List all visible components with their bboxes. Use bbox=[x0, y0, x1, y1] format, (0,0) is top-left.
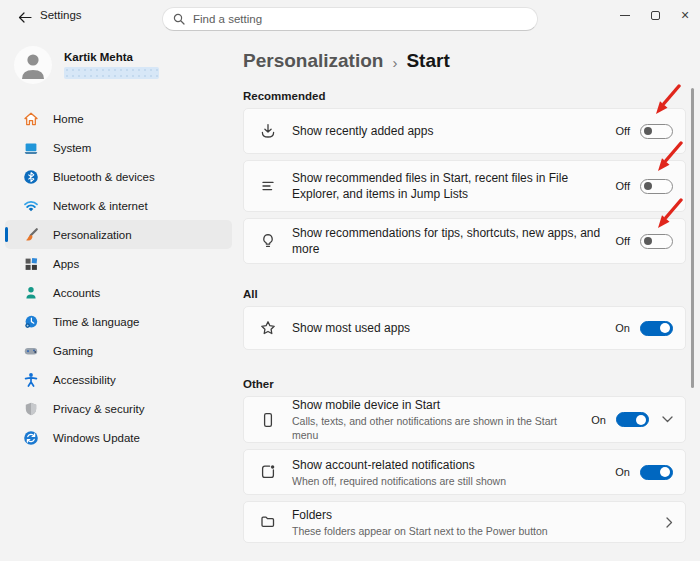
setting-subtitle: Calls, texts, and other notifications ar… bbox=[292, 415, 581, 442]
minimize-icon bbox=[620, 15, 630, 16]
section-heading-recommended: Recommended bbox=[243, 90, 686, 102]
profile-name: Kartik Mehta bbox=[64, 51, 159, 63]
setting-title: Show recommendations for tips, shortcuts… bbox=[292, 225, 606, 257]
toggle-recommended-files[interactable] bbox=[640, 179, 673, 194]
toggle-mobile-device[interactable] bbox=[616, 412, 649, 427]
chevron-down-icon bbox=[662, 416, 673, 423]
sidebar-item-label: Home bbox=[53, 113, 84, 125]
toggle-state-label: Off bbox=[616, 235, 630, 247]
maximize-icon bbox=[651, 11, 660, 20]
setting-title: Show most used apps bbox=[292, 320, 605, 336]
search-input[interactable]: Find a setting bbox=[162, 7, 538, 31]
toggle-knob bbox=[644, 127, 652, 135]
close-button[interactable]: × bbox=[670, 0, 700, 30]
toggle-account-notifications[interactable] bbox=[640, 465, 673, 480]
annotation-arrow-2 bbox=[650, 141, 686, 175]
star-icon bbox=[259, 319, 277, 337]
sidebar-item-personalization[interactable]: Personalization bbox=[5, 220, 232, 249]
sidebar-item-label: Personalization bbox=[53, 229, 132, 241]
clock-globe-icon bbox=[23, 314, 39, 330]
update-icon bbox=[23, 430, 39, 446]
expander-button[interactable] bbox=[662, 416, 673, 423]
phone-icon bbox=[259, 411, 277, 429]
setting-row-folders[interactable]: Folders These folders appear on Start ne… bbox=[243, 501, 686, 543]
setting-title: Show mobile device in Start bbox=[292, 397, 581, 413]
toggle-knob bbox=[644, 237, 652, 245]
section-heading-all: All bbox=[243, 288, 686, 300]
sidebar-item-accounts[interactable]: Accounts bbox=[5, 278, 232, 307]
vertical-scrollbar[interactable] bbox=[691, 88, 694, 388]
sidebar-item-bluetooth-devices[interactable]: Bluetooth & devices bbox=[5, 162, 232, 191]
home-icon bbox=[23, 111, 39, 127]
shield-icon bbox=[23, 401, 39, 417]
sidebar-item-home[interactable]: Home bbox=[5, 104, 232, 133]
maximize-button[interactable] bbox=[640, 0, 670, 30]
sidebar-item-time-language[interactable]: Time & language bbox=[5, 307, 232, 336]
person-icon bbox=[14, 46, 52, 84]
setting-row-account-notifications: Show account-related notifications When … bbox=[243, 449, 686, 495]
toggle-state-label: On bbox=[591, 414, 606, 426]
profile-card[interactable]: Kartik Mehta bbox=[14, 46, 159, 84]
folder-icon bbox=[259, 513, 277, 531]
app-title: Settings bbox=[40, 9, 82, 21]
setting-subtitle: These folders appear on Start next to th… bbox=[292, 525, 656, 539]
section-heading-other: Other bbox=[243, 378, 686, 390]
breadcrumb-parent[interactable]: Personalization bbox=[243, 50, 383, 72]
search-icon bbox=[173, 13, 185, 25]
chevron-right-icon bbox=[666, 517, 673, 528]
download-icon bbox=[259, 122, 277, 140]
setting-row-recommendations-tips: Show recommendations for tips, shortcuts… bbox=[243, 218, 686, 264]
toggle-recommendations-tips[interactable] bbox=[640, 234, 673, 249]
sidebar-item-apps[interactable]: Apps bbox=[5, 249, 232, 278]
breadcrumb: Personalization › Start bbox=[243, 46, 686, 76]
selection-accent-bar bbox=[5, 227, 8, 242]
toggle-most-used-apps[interactable] bbox=[640, 321, 673, 336]
setting-title: Show account-related notifications bbox=[292, 457, 605, 473]
sidebar-item-label: Privacy & security bbox=[53, 403, 144, 415]
wifi-icon bbox=[23, 198, 39, 214]
sidebar-item-accessibility[interactable]: Accessibility bbox=[5, 365, 232, 394]
sidebar-item-gaming[interactable]: Gaming bbox=[5, 336, 232, 365]
bluetooth-icon bbox=[23, 169, 39, 185]
system-icon bbox=[23, 140, 39, 156]
annotation-arrow-3 bbox=[650, 198, 686, 232]
toggle-knob bbox=[644, 182, 652, 190]
breadcrumb-separator-icon: › bbox=[392, 52, 397, 71]
sidebar-item-windows-update[interactable]: Windows Update bbox=[5, 423, 232, 452]
back-button[interactable] bbox=[13, 5, 37, 29]
sidebar-item-privacy-security[interactable]: Privacy & security bbox=[5, 394, 232, 423]
accessibility-icon bbox=[23, 372, 39, 388]
close-icon: × bbox=[681, 8, 689, 22]
toggle-state-label: On bbox=[615, 466, 630, 478]
gamepad-icon bbox=[23, 343, 39, 359]
apps-icon bbox=[23, 256, 39, 272]
accounts-icon bbox=[23, 285, 39, 301]
setting-title: Show recently added apps bbox=[292, 123, 606, 139]
sidebar-item-label: Bluetooth & devices bbox=[53, 171, 155, 183]
toggle-knob bbox=[636, 415, 646, 425]
avatar bbox=[14, 46, 52, 84]
toggle-state-label: Off bbox=[616, 180, 630, 192]
back-arrow-icon bbox=[18, 12, 32, 23]
sidebar-item-label: Network & internet bbox=[53, 200, 148, 212]
sidebar-item-network-internet[interactable]: Network & internet bbox=[5, 191, 232, 220]
sidebar-nav: Home System Bluetooth & devices Network … bbox=[5, 104, 232, 452]
window-controls: × bbox=[610, 0, 700, 34]
toggle-knob bbox=[660, 323, 670, 333]
notification-badge-icon bbox=[259, 463, 277, 481]
setting-title: Folders bbox=[292, 507, 656, 523]
minimize-button[interactable] bbox=[610, 0, 640, 30]
setting-row-recommended-files: Show recommended files in Start, recent … bbox=[243, 160, 686, 212]
lightbulb-icon bbox=[259, 232, 277, 250]
sidebar-item-system[interactable]: System bbox=[5, 133, 232, 162]
sidebar-item-label: Gaming bbox=[53, 345, 93, 357]
sidebar-item-label: Accounts bbox=[53, 287, 100, 299]
toggle-recently-added-apps[interactable] bbox=[640, 124, 673, 139]
sidebar-item-label: Apps bbox=[53, 258, 79, 270]
profile-loading-bar bbox=[64, 67, 159, 79]
toggle-state-label: On bbox=[615, 322, 630, 334]
toggle-state-label: Off bbox=[616, 125, 630, 137]
list-lines-icon bbox=[259, 177, 277, 195]
main-content: Personalization › Start Recommended Show… bbox=[243, 40, 686, 549]
sidebar-item-label: Windows Update bbox=[53, 432, 140, 444]
